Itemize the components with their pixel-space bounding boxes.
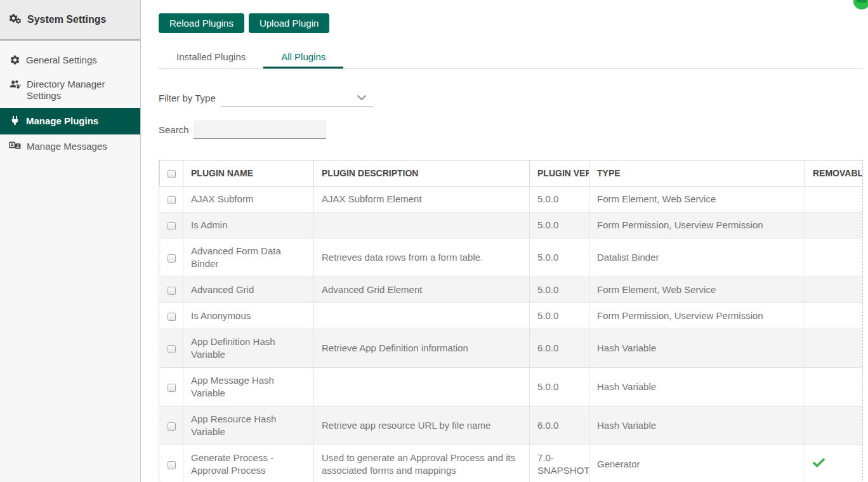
column-header-plugin-version: PLUGIN VERSION [530,160,589,186]
row-checkbox[interactable] [168,313,176,321]
sidebar-item-label: General Settings [26,55,97,66]
plugin-removable-cell [805,277,864,303]
row-checkbox[interactable] [168,422,176,431]
svg-text:Z: Z [16,144,20,148]
plugin-description-cell: Retrieve app resource URL by file name [314,407,530,445]
main-panel: Reload Plugins Upload Plugin Installed P… [141,0,868,482]
sidebar-item-general-settings[interactable]: General Settings [0,48,140,72]
plugin-version-cell: 5.0.0 [530,277,589,303]
column-header-plugin-name: PLUGIN NAME [183,160,314,186]
translate-icon: A Z [9,141,21,150]
sidebar-title: System Settings [27,14,106,25]
row-checkbox[interactable] [168,254,176,263]
row-checkbox[interactable] [168,384,176,392]
plugin-type-cell: Hash Variable [589,368,805,407]
plugin-description-cell [314,303,530,329]
row-checkbox-cell [160,186,183,212]
plugin-removable-cell [805,407,864,445]
plugin-name-cell: AJAX Subform [183,186,314,212]
cogs-icon [8,13,22,27]
toolbar: Reload Plugins Upload Plugin [159,0,863,33]
filter-by-type-label: Filter by Type [159,93,216,103]
column-header-removable: REMOVABLE [805,160,864,186]
plugin-description-cell [314,368,530,407]
column-header-type: TYPE [589,160,805,186]
tab-installed-plugins[interactable]: Installed Plugins [159,48,263,68]
reload-plugins-button[interactable]: Reload Plugins [159,13,244,33]
sidebar-item-manage-plugins[interactable]: Manage Plugins [0,108,140,134]
plugin-name-cell: Generate Process - Approval Process [183,445,314,482]
table-row: Is Admin5.0.0Form Permission, Userview P… [160,212,864,238]
chevron-down-icon [357,92,367,103]
row-checkbox-cell [160,277,183,303]
plugin-type-cell: Generator [589,445,805,482]
row-checkbox[interactable] [168,222,176,230]
plugin-type-cell: Form Element, Web Service [589,186,805,212]
row-checkbox-cell [160,407,183,445]
plugin-version-cell: 5.0.0 [530,212,589,238]
plugin-version-cell: 6.0.0 [530,407,589,445]
gear-icon [9,55,20,65]
row-checkbox-cell [160,445,183,482]
plugin-table: PLUGIN NAME PLUGIN DESCRIPTION PLUGIN VE… [159,160,863,482]
upload-plugin-button[interactable]: Upload Plugin [249,13,329,33]
plugin-version-cell: 6.0.0 [530,329,589,368]
row-checkbox[interactable] [168,196,176,204]
plugin-type-cell: Form Permission, Userview Permission [589,212,805,238]
table-row: App Resource Hash VariableRetrieve app r… [160,407,864,445]
plugin-name-cell: App Message Hash Variable [183,368,314,407]
plugin-version-cell: 5.0.0 [530,303,589,329]
row-checkbox[interactable] [168,345,176,353]
filter-by-type-row: Filter by Type [159,88,863,107]
tab-bar: Installed Plugins All Plugins [159,48,863,69]
plugin-removable-cell [805,368,864,407]
plugin-removable-cell [805,186,864,212]
sidebar: System Settings General Settings [0,0,141,482]
sidebar-item-directory-manager-settings[interactable]: Directory Manager Settings [0,72,140,108]
select-all-checkbox[interactable] [168,170,176,178]
plugin-name-cell: App Resource Hash Variable [183,407,314,445]
check-icon [813,458,825,467]
row-checkbox[interactable] [168,287,176,295]
plugin-name-cell: Is Anonymous [183,303,314,329]
plugin-type-cell: Hash Variable [589,407,805,445]
column-header-plugin-description: PLUGIN DESCRIPTION [314,160,530,186]
sidebar-item-manage-messages[interactable]: A Z Manage Messages [0,134,140,159]
plugin-name-cell: App Definition Hash Variable [183,329,314,368]
plugin-description-cell: Retrieves data rows from a form table. [314,238,530,277]
row-checkbox-cell [160,329,183,368]
plugin-version-cell: 5.0.0 [530,186,589,212]
table-row: Advanced Form Data BinderRetrieves data … [160,238,864,277]
plugin-table-container[interactable]: PLUGIN NAME PLUGIN DESCRIPTION PLUGIN VE… [159,160,863,482]
plug-icon [9,115,20,126]
search-input[interactable] [194,120,326,139]
sidebar-item-label: Manage Messages [27,141,107,152]
plugin-description-cell: Retrieve App Definition information [314,329,530,368]
svg-text:A: A [11,143,14,147]
tab-all-plugins[interactable]: All Plugins [263,48,343,68]
row-checkbox-cell [160,212,183,238]
sidebar-nav: General Settings Directory Manager Setti… [0,41,140,159]
plugin-description-cell: Used to generate an Approval Process and… [314,445,530,482]
table-row: App Message Hash Variable5.0.0Hash Varia… [160,368,864,407]
filter-by-type-select[interactable] [221,88,373,107]
plugin-version-cell: 5.0.0 [530,368,589,407]
table-row: AJAX SubformAJAX Subform Element5.0.0For… [160,186,864,212]
plugin-type-cell: Form Permission, Userview Permission [589,303,805,329]
select-all-header-cell [160,160,183,186]
plugin-removable-cell [805,329,864,368]
row-checkbox[interactable] [168,461,176,469]
plugin-name-cell: Advanced Grid [183,277,314,303]
users-gear-icon [9,79,21,89]
sidebar-item-label: Manage Plugins [26,115,98,127]
search-row: Search [159,120,863,139]
table-row: Advanced GridAdvanced Grid Element5.0.0F… [160,277,864,303]
plugin-description-cell [314,212,530,238]
sidebar-header: System Settings [0,0,140,41]
row-checkbox-cell [160,238,183,277]
plugin-description-cell: AJAX Subform Element [314,186,530,212]
plugin-name-cell: Is Admin [183,212,314,238]
plugin-removable-cell [805,212,864,238]
plugin-type-cell: Datalist Binder [589,238,805,277]
plugin-version-cell: 5.0.0 [530,238,589,277]
